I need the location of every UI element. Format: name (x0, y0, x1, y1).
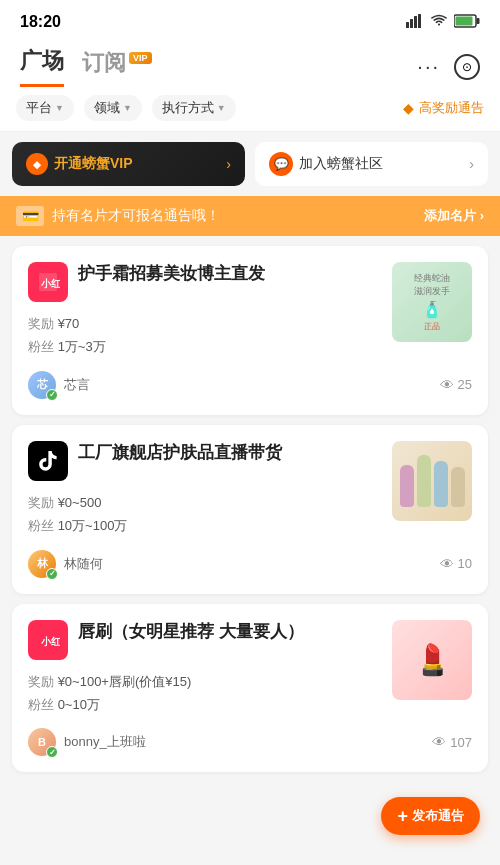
author-name-3: bonny_上班啦 (64, 733, 146, 751)
notice-text: 持有名片才可报名通告哦！ (52, 207, 220, 225)
task-fans-3: 0~10万 (58, 697, 100, 712)
community-banner-left: 💬 加入螃蟹社区 (269, 152, 383, 176)
eye-icon-2: 👁 (440, 556, 454, 572)
task-body-2: 工厂旗舰店护肤品直播带货 奖励 ¥0~500 粉丝 10万~100万 (28, 441, 472, 538)
vip-banner[interactable]: ◆ 开通螃蟹VIP › (12, 142, 245, 186)
scan-button[interactable]: ⊙ (454, 54, 480, 80)
status-bar: 18:20 (0, 0, 500, 40)
chevron-down-icon: ▼ (123, 103, 132, 113)
status-icons (406, 14, 480, 31)
svg-rect-2 (414, 16, 417, 28)
avatar-1: 芯 ✓ (28, 371, 56, 399)
scan-icon-inner: ⊙ (462, 60, 472, 74)
tab-guangchang[interactable]: 广场 (20, 46, 64, 87)
svg-rect-0 (406, 22, 409, 28)
task-header-2: 工厂旗舰店护肤品直播带货 (28, 441, 382, 481)
task-body-3: 小红 唇刷（女明星推荐 大量要人） 奖励 ¥0~100+唇刷(价值¥15) 粉丝… (28, 620, 472, 717)
vip-banner-text: 开通螃蟹VIP (54, 155, 133, 173)
task-body-1: 小红 护手霜招募美妆博主直发 奖励 ¥70 粉丝 1万~3万 经典蛇油 滋润发手… (28, 262, 472, 359)
svg-text:小红: 小红 (40, 636, 60, 647)
community-banner-text: 加入螃蟹社区 (299, 155, 383, 173)
task-image-1: 经典蛇油 滋润发手 🧴 正品 (392, 262, 472, 342)
header-actions: ··· ⊙ (417, 54, 480, 80)
task-reward-1: ¥70 (58, 316, 80, 331)
task-body-left-2: 工厂旗舰店护肤品直播带货 奖励 ¥0~500 粉丝 10万~100万 (28, 441, 382, 538)
vip-badge: VIP (129, 52, 152, 64)
eye-icon-3: 👁 (432, 734, 446, 750)
task-reward-3: ¥0~100+唇刷(价值¥15) (58, 674, 192, 689)
task-body-left-3: 小红 唇刷（女明星推荐 大量要人） 奖励 ¥0~100+唇刷(价值¥15) 粉丝… (28, 620, 382, 717)
vip-arrow-icon: › (226, 156, 231, 172)
platform-icon-tiktok (28, 441, 68, 481)
task-views-3: 👁 107 (432, 734, 472, 750)
chevron-down-icon: ▼ (55, 103, 64, 113)
publish-button[interactable]: + 发布通告 (381, 797, 480, 835)
header: 广场 订阅VIP ··· ⊙ (0, 40, 500, 87)
task-card-2[interactable]: 工厂旗舰店护肤品直播带货 奖励 ¥0~500 粉丝 10万~100万 林 ✓ 林… (12, 425, 488, 594)
avatar-3: B ✓ (28, 728, 56, 756)
task-footer-3: B ✓ bonny_上班啦 👁 107 (28, 728, 472, 756)
svg-rect-1 (410, 19, 413, 28)
platform-icon-xiaohongshu-1: 小红 (28, 262, 68, 302)
task-reward-2: ¥0~500 (58, 495, 102, 510)
svg-text:小红: 小红 (40, 278, 60, 289)
tab-dingyue[interactable]: 订阅VIP (82, 48, 152, 86)
task-title-3: 唇刷（女明星推荐 大量要人） (78, 620, 382, 644)
task-meta-3: 奖励 ¥0~100+唇刷(价值¥15) 粉丝 0~10万 (28, 670, 382, 717)
task-meta-1: 奖励 ¥70 粉丝 1万~3万 (28, 312, 382, 359)
task-views-2: 👁 10 (440, 556, 472, 572)
verified-badge-1: ✓ (46, 389, 58, 401)
filter-platform[interactable]: 平台 ▼ (16, 95, 74, 121)
filter-domain[interactable]: 领域 ▼ (84, 95, 142, 121)
header-tabs: 广场 订阅VIP (20, 46, 152, 87)
notice-action[interactable]: 添加名片 › (424, 207, 484, 225)
vip-logo: ◆ (26, 153, 48, 175)
banner-row: ◆ 开通螃蟹VIP › 💬 加入螃蟹社区 › (0, 132, 500, 196)
verified-badge-2: ✓ (46, 568, 58, 580)
platform-icon-xiaohongshu-3: 小红 (28, 620, 68, 660)
eye-icon-1: 👁 (440, 377, 454, 393)
task-title-2: 工厂旗舰店护肤品直播带货 (78, 441, 382, 465)
avatar-2: 林 ✓ (28, 550, 56, 578)
author-name-1: 芯言 (64, 376, 90, 394)
filter-execution[interactable]: 执行方式 ▼ (152, 95, 236, 121)
task-footer-1: 芯 ✓ 芯言 👁 25 (28, 371, 472, 399)
notice-left: 💳 持有名片才可报名通告哦！ (16, 206, 220, 226)
chevron-down-icon: ▼ (217, 103, 226, 113)
task-card-1[interactable]: 小红 护手霜招募美妆博主直发 奖励 ¥70 粉丝 1万~3万 经典蛇油 滋润发手… (12, 246, 488, 415)
chat-icon: 💬 (269, 152, 293, 176)
svg-rect-3 (418, 14, 421, 28)
battery-icon (454, 14, 480, 31)
task-header-1: 小红 护手霜招募美妆博主直发 (28, 262, 382, 302)
task-footer-2: 林 ✓ 林随何 👁 10 (28, 550, 472, 578)
notice-bar[interactable]: 💳 持有名片才可报名通告哦！ 添加名片 › (0, 196, 500, 236)
fab-label: 发布通告 (412, 807, 464, 825)
task-card-3[interactable]: 小红 唇刷（女明星推荐 大量要人） 奖励 ¥0~100+唇刷(价值¥15) 粉丝… (12, 604, 488, 773)
task-header-3: 小红 唇刷（女明星推荐 大量要人） (28, 620, 382, 660)
svg-rect-5 (477, 18, 480, 24)
high-reward-button[interactable]: ◆ 高奖励通告 (403, 99, 484, 117)
card-icon: 💳 (16, 206, 44, 226)
community-arrow-icon: › (469, 156, 474, 172)
task-views-1: 👁 25 (440, 377, 472, 393)
wifi-icon (430, 14, 448, 31)
svg-rect-6 (456, 16, 473, 25)
task-fans-2: 10万~100万 (58, 518, 128, 533)
vip-banner-left: ◆ 开通螃蟹VIP (26, 153, 133, 175)
task-image-2 (392, 441, 472, 521)
plus-icon: + (397, 807, 408, 825)
task-fans-1: 1万~3万 (58, 339, 106, 354)
vip-logo-icon: ◆ (33, 159, 41, 170)
filter-bar: 平台 ▼ 领域 ▼ 执行方式 ▼ ◆ 高奖励通告 (0, 87, 500, 132)
status-time: 18:20 (20, 13, 61, 31)
task-image-3: 💄 (392, 620, 472, 700)
more-button[interactable]: ··· (417, 55, 440, 78)
diamond-icon: ◆ (403, 100, 414, 116)
task-body-left-1: 小红 护手霜招募美妆博主直发 奖励 ¥70 粉丝 1万~3万 (28, 262, 382, 359)
task-title-1: 护手霜招募美妆博主直发 (78, 262, 382, 286)
author-name-2: 林随何 (64, 555, 103, 573)
signal-icon (406, 14, 424, 31)
verified-badge-3: ✓ (46, 746, 58, 758)
community-banner[interactable]: 💬 加入螃蟹社区 › (255, 142, 488, 186)
task-meta-2: 奖励 ¥0~500 粉丝 10万~100万 (28, 491, 382, 538)
